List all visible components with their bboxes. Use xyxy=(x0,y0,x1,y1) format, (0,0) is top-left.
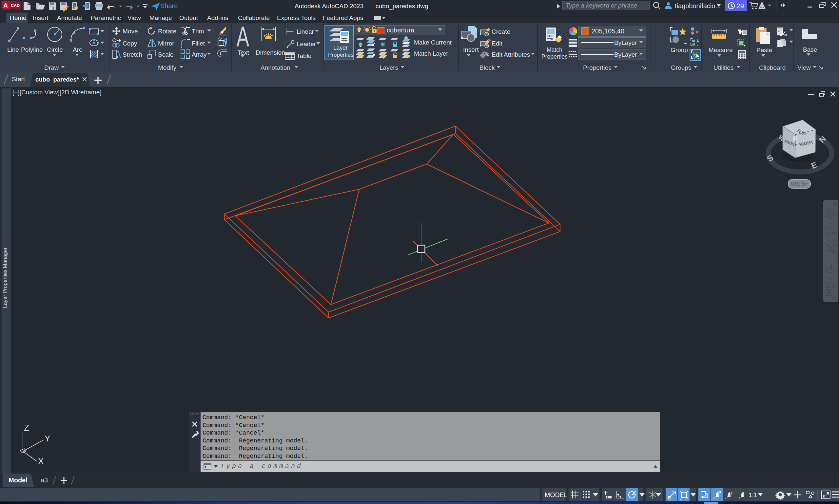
svg-text:Y: Y xyxy=(45,434,50,444)
svg-text:X: X xyxy=(38,456,43,466)
svg-text:Z: Z xyxy=(24,423,29,433)
